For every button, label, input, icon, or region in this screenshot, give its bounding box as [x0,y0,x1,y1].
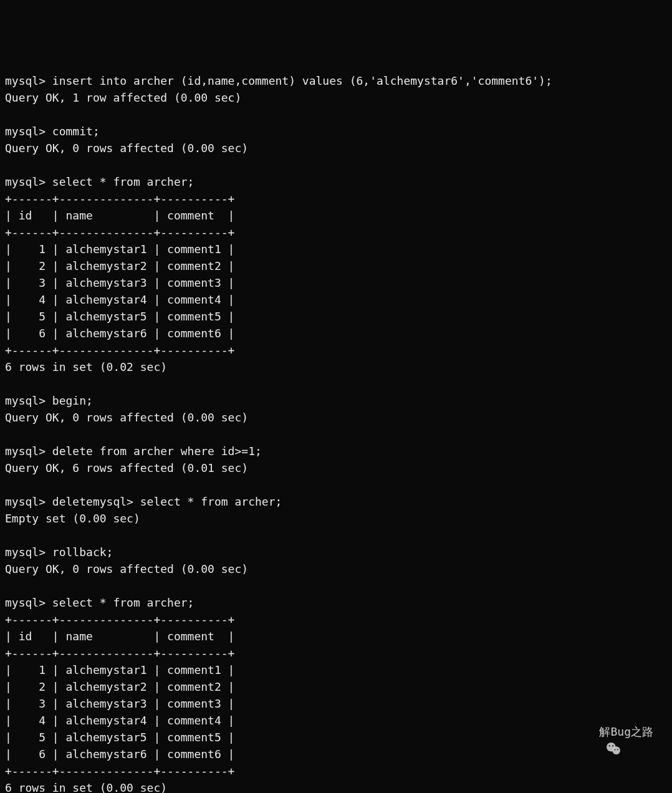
terminal-line: +------+--------------+----------+ [5,342,667,358]
terminal-line [5,156,667,173]
terminal-line: Query OK, 0 rows affected (0.00 sec) [5,409,667,426]
terminal-line: | 3 | alchemystar3 | comment3 | [5,695,667,712]
terminal-line: | id | name | comment | [5,207,667,224]
terminal-line: | 1 | alchemystar1 | comment1 | [5,241,667,257]
terminal-line: +------+--------------+----------+ [5,224,667,241]
terminal-line: | id | name | comment | [5,628,667,645]
terminal-line: | 3 | alchemystar3 | comment3 | [5,274,667,291]
terminal-output: mysql> insert into archer (id,name,comme… [5,72,667,793]
terminal-line [5,527,667,544]
terminal-line: mysql> begin; [5,392,667,409]
svg-point-1 [612,746,620,754]
terminal-line: | 5 | alchemystar5 | comment5 | [5,308,667,325]
terminal-line: Empty set (0.00 sec) [5,510,667,527]
terminal-line: Query OK, 0 rows affected (0.00 sec) [5,560,667,577]
terminal-line: | 2 | alchemystar2 | comment2 | [5,257,667,274]
terminal-line: mysql> delete from archer where id>=1; [5,443,667,459]
terminal-line [5,375,667,392]
terminal-line: | 6 | alchemystar6 | comment6 | [5,746,667,762]
terminal-line: | 4 | alchemystar4 | comment4 | [5,712,667,729]
terminal-line [5,426,667,443]
terminal-line: | 6 | alchemystar6 | comment6 | [5,325,667,342]
terminal-line: mysql> rollback; [5,544,667,560]
terminal-line: +------+--------------+----------+ [5,645,667,661]
terminal-line: | 4 | alchemystar4 | comment4 | [5,291,667,308]
svg-point-2 [608,745,610,746]
svg-point-4 [614,749,615,750]
terminal-line: mysql> select * from archer; [5,173,667,190]
terminal-line: | 5 | alchemystar5 | comment5 | [5,729,667,746]
terminal-line: | 2 | alchemystar2 | comment2 | [5,678,667,695]
svg-point-5 [617,749,618,750]
terminal-line: Query OK, 6 rows affected (0.01 sec) [5,459,667,476]
terminal-line: +------+--------------+----------+ [5,190,667,207]
terminal-line: mysql> commit; [5,123,667,140]
terminal-line: Query OK, 1 row affected (0.00 sec) [5,89,667,106]
wechat-icon [578,725,594,739]
svg-point-3 [612,745,613,746]
watermark: 解Bug之路 [578,723,653,740]
watermark-text: 解Bug之路 [599,723,653,740]
terminal-line [5,106,667,123]
terminal-line: +------+--------------+----------+ [5,611,667,628]
terminal-line [5,476,667,493]
terminal-line: mysql> select * from archer; [5,594,667,611]
terminal-line: | 1 | alchemystar1 | comment1 | [5,661,667,678]
terminal-line [5,577,667,594]
terminal-line: 6 rows in set (0.02 sec) [5,358,667,375]
terminal-line: mysql> deletemysql> select * from archer… [5,493,667,510]
terminal-line: Query OK, 0 rows affected (0.00 sec) [5,140,667,156]
terminal-line: mysql> insert into archer (id,name,comme… [5,72,667,89]
terminal-line: 6 rows in set (0.00 sec) [5,779,667,793]
terminal-line: +------+--------------+----------+ [5,762,667,779]
